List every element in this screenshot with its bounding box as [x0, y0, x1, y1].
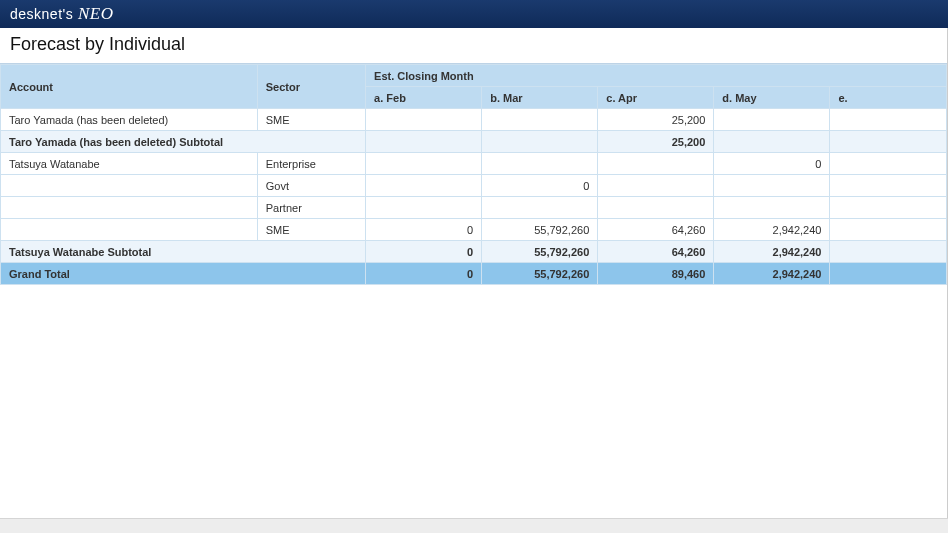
cell-value: 25,200 — [598, 131, 714, 153]
table-row: Partner — [1, 197, 947, 219]
cell-account — [1, 175, 258, 197]
cell-account: Tatsuya Watanabe — [1, 153, 258, 175]
cell-value — [830, 241, 946, 263]
cell-value — [598, 175, 714, 197]
forecast-table-wrap: Account Sector Est. Closing Month a. Feb… — [0, 63, 947, 285]
col-account-header[interactable]: Account — [1, 65, 258, 109]
cell-value — [714, 109, 830, 131]
cell-value — [714, 197, 830, 219]
cell-value: 0 — [482, 175, 598, 197]
cell-account: Taro Yamada (has been deleted) — [1, 109, 258, 131]
cell-value: 0 — [366, 219, 482, 241]
row-label: Grand Total — [1, 263, 366, 285]
cell-value: 55,792,260 — [482, 263, 598, 285]
cell-value — [830, 109, 946, 131]
cell-value — [366, 131, 482, 153]
cell-value: 0 — [714, 153, 830, 175]
cell-value: 0 — [366, 241, 482, 263]
cell-sector: Enterprise — [257, 153, 365, 175]
cell-value — [366, 109, 482, 131]
cell-value: 64,260 — [598, 219, 714, 241]
cell-value: 89,460 — [598, 263, 714, 285]
forecast-table: Account Sector Est. Closing Month a. Feb… — [0, 64, 947, 285]
cell-value — [714, 175, 830, 197]
cell-value — [830, 153, 946, 175]
cell-value: 0 — [366, 263, 482, 285]
cell-account — [1, 197, 258, 219]
cell-value — [598, 197, 714, 219]
table-row: SME055,792,26064,2602,942,240 — [1, 219, 947, 241]
cell-value — [366, 153, 482, 175]
page-title: Forecast by Individual — [0, 28, 947, 63]
col-month-header[interactable]: a. Feb — [366, 87, 482, 109]
col-month-header[interactable]: d. May — [714, 87, 830, 109]
cell-value: 2,942,240 — [714, 263, 830, 285]
col-sector-header[interactable]: Sector — [257, 65, 365, 109]
cell-sector: SME — [257, 219, 365, 241]
row-label: Taro Yamada (has been deleted) Subtotal — [1, 131, 366, 153]
cell-value: 25,200 — [598, 109, 714, 131]
cell-value — [830, 219, 946, 241]
cell-value — [366, 175, 482, 197]
table-row: Taro Yamada (has been deleted)SME25,200 — [1, 109, 947, 131]
cell-value: 2,942,240 — [714, 219, 830, 241]
col-month-header[interactable]: e. — [830, 87, 946, 109]
cell-value — [830, 131, 946, 153]
table-row: Grand Total055,792,26089,4602,942,240 — [1, 263, 947, 285]
col-month-header[interactable]: c. Apr — [598, 87, 714, 109]
cell-value — [482, 109, 598, 131]
cell-value — [830, 263, 946, 285]
cell-sector: Partner — [257, 197, 365, 219]
status-strip — [0, 518, 948, 533]
cell-value — [714, 131, 830, 153]
cell-value: 55,792,260 — [482, 219, 598, 241]
cell-value — [482, 197, 598, 219]
table-row: Tatsuya WatanabeEnterprise0 — [1, 153, 947, 175]
row-label: Tatsuya Watanabe Subtotal — [1, 241, 366, 263]
cell-value: 2,942,240 — [714, 241, 830, 263]
cell-value: 64,260 — [598, 241, 714, 263]
cell-sector: Govt — [257, 175, 365, 197]
cell-account — [1, 219, 258, 241]
cell-value: 55,792,260 — [482, 241, 598, 263]
cell-value — [482, 153, 598, 175]
cell-value — [482, 131, 598, 153]
cell-value — [598, 153, 714, 175]
table-row: Govt0 — [1, 175, 947, 197]
table-row: Tatsuya Watanabe Subtotal055,792,26064,2… — [1, 241, 947, 263]
app-logo: desknet's NEO — [10, 4, 113, 24]
cell-value — [830, 175, 946, 197]
brand-bar: desknet's NEO — [0, 0, 948, 28]
cell-value — [830, 197, 946, 219]
cell-value — [366, 197, 482, 219]
col-month-header[interactable]: b. Mar — [482, 87, 598, 109]
cell-sector: SME — [257, 109, 365, 131]
table-row: Taro Yamada (has been deleted) Subtotal2… — [1, 131, 947, 153]
col-group-header[interactable]: Est. Closing Month — [366, 65, 947, 87]
